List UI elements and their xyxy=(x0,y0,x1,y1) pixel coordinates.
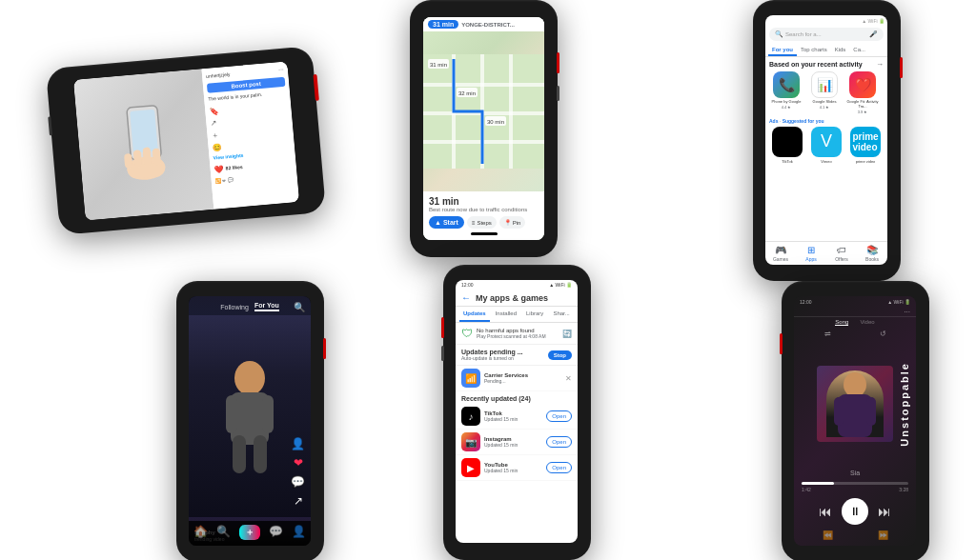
dismiss-button[interactable]: ✕ xyxy=(565,374,572,383)
offers-icon: 🏷 xyxy=(837,245,846,255)
tiktok-share-icon[interactable]: ↗ xyxy=(294,494,303,508)
mic-icon[interactable]: 🎤 xyxy=(869,30,878,38)
nav-games[interactable]: 🎮 Games xyxy=(765,245,796,262)
search-placeholder: Search for a... xyxy=(783,31,869,37)
create-post-button[interactable]: ＋ xyxy=(239,525,260,540)
profile-icon[interactable]: 👤 xyxy=(292,525,306,540)
carrier-services-sub: Pending... xyxy=(484,378,561,384)
for-you-tab[interactable]: For You xyxy=(254,302,279,311)
app-tiktok[interactable]: ♪ TikTok xyxy=(769,127,805,164)
tab-library[interactable]: Library xyxy=(522,307,547,322)
shuffle-icon[interactable]: ⇌ xyxy=(824,330,831,338)
music-progress-fill xyxy=(802,482,834,485)
vimeo-app-icon: V xyxy=(811,127,842,157)
tab-top-charts[interactable]: Top charts xyxy=(797,45,831,56)
app-google-slides[interactable]: 📊 Google Slides 4.1 ★ xyxy=(807,71,842,114)
arrow-right-icon[interactable]: → xyxy=(876,60,884,69)
skip-back-icon[interactable]: ⏮ xyxy=(819,504,832,519)
music-time-total: 3:28 xyxy=(899,487,908,492)
previous-track-icon[interactable]: ⏪ xyxy=(823,530,833,540)
nav-apps[interactable]: ⊞ Apps xyxy=(796,245,826,262)
app-rating-phone: 4.4 ★ xyxy=(782,105,792,110)
volume-button[interactable] xyxy=(557,86,559,101)
following-tab[interactable]: Following xyxy=(220,304,249,310)
phone-tiktok: Following For You 🔍 👤 ❤ 💬 ↗ @giphy trend… xyxy=(176,281,324,560)
maps-pin-button[interactable]: 📍 Pin xyxy=(499,216,526,229)
discover-icon[interactable]: 🔍 xyxy=(216,525,231,540)
music-progress-area[interactable]: 1:42 3:28 xyxy=(794,478,916,494)
music-time: 12:00 xyxy=(800,299,812,305)
tiktok-open-button[interactable]: Open xyxy=(546,410,572,422)
power-button[interactable] xyxy=(780,333,783,354)
next-track-icon[interactable]: ⏩ xyxy=(878,530,888,540)
recent-activity-title: Based on your recent activity xyxy=(769,61,863,68)
play-status-bar: ▲ WiFi 🔋 xyxy=(765,15,887,24)
music-tabs: Song Video xyxy=(794,316,916,328)
search-icon[interactable]: 🔍 xyxy=(294,302,305,312)
maps-district-label: YONGE-DISTRICT... xyxy=(461,22,515,28)
instagram-username: unhertjzjely xyxy=(206,70,231,78)
svg-rect-12 xyxy=(423,83,544,87)
maps-steps-button[interactable]: ≡ Steps xyxy=(467,216,497,229)
power-button[interactable] xyxy=(557,52,559,73)
home-icon[interactable]: 🏠 xyxy=(193,525,208,540)
app-phone-google[interactable]: 📞 Phone by Google 4.4 ★ xyxy=(769,71,803,114)
maps-map-view[interactable]: 31 min 32 min 30 min xyxy=(423,31,544,191)
power-button[interactable] xyxy=(323,338,326,359)
tiktok-app-icon: ♪ xyxy=(772,127,803,157)
youtube-open-button[interactable]: Open xyxy=(546,462,572,473)
back-button[interactable]: ← xyxy=(461,292,471,303)
play-tabs: For you Top charts Kids Ca... xyxy=(765,45,887,57)
music-screen: 12:00 ▲ WiFi 🔋 ··· Song Video ⇌ ↺ xyxy=(794,296,916,546)
nav-books[interactable]: 📚 Books xyxy=(857,245,887,262)
instagram-menu-icon[interactable]: ··· xyxy=(278,66,284,72)
tiktok-comment-icon[interactable]: 💬 xyxy=(291,475,305,489)
nav-offers[interactable]: 🏷 Offers xyxy=(826,245,857,262)
play-search-bar[interactable]: 🔍 Search for a... 🎤 xyxy=(769,28,884,41)
maps-screen: 31 min YONGE-DISTRICT... xyxy=(423,17,544,240)
song-tab[interactable]: Song xyxy=(835,319,848,326)
power-button[interactable] xyxy=(313,74,318,101)
volume-button[interactable] xyxy=(48,116,52,135)
myapps-tabs: Updates Installed Library Shar... xyxy=(456,307,578,323)
carrier-services-icon: 📶 xyxy=(461,369,480,388)
volume-button[interactable] xyxy=(441,346,444,361)
more-options-icon[interactable]: ··· xyxy=(904,308,910,316)
maps-start-button[interactable]: ▲ Start xyxy=(429,216,464,229)
books-icon: 📚 xyxy=(866,245,878,255)
instagram-photo xyxy=(73,69,214,220)
app-prime-video[interactable]: primevideo prime video xyxy=(847,127,884,164)
maps-eta-chip: 31 min xyxy=(428,20,458,29)
skip-forward-icon[interactable]: ⏭ xyxy=(878,504,891,519)
tiktok-like-icon[interactable]: ❤ xyxy=(294,456,303,470)
updates-title: Updates pending ... xyxy=(461,349,523,355)
music-menu-dots[interactable]: ··· xyxy=(794,308,916,316)
music-progress-bar[interactable] xyxy=(802,482,908,485)
tab-kids[interactable]: Kids xyxy=(831,45,850,56)
power-button[interactable] xyxy=(441,317,444,338)
tab-for-you[interactable]: For you xyxy=(768,45,797,56)
refresh-icon[interactable]: 🔄 xyxy=(562,330,572,338)
inbox-icon[interactable]: 💬 xyxy=(269,525,283,540)
tab-updates[interactable]: Updates xyxy=(459,307,490,322)
app-google-fit[interactable]: ❤️ Google Fit: Activity Tra... 3.9 ★ xyxy=(845,71,880,114)
phone-instagram-landscape: unhertjzjely ··· Boost post The world is… xyxy=(46,46,326,235)
power-button[interactable] xyxy=(900,57,903,78)
instagram-open-button[interactable]: Open xyxy=(546,436,572,448)
tiktok-profile-icon[interactable]: 👤 xyxy=(291,437,305,450)
nav-label-offers: Offers xyxy=(835,256,848,262)
tab-installed[interactable]: Installed xyxy=(492,307,520,322)
svg-text:30 min: 30 min xyxy=(487,119,504,125)
security-sub: Play Protect scanned at 4:08 AM xyxy=(477,333,546,339)
pause-button[interactable]: ⏸ xyxy=(842,498,868,525)
tab-categories[interactable]: Ca... xyxy=(849,45,869,56)
stop-updates-button[interactable]: Stop xyxy=(548,350,572,360)
vertical-song-title: Unstoppable xyxy=(899,362,910,447)
video-tab[interactable]: Video xyxy=(860,319,874,326)
home-indicator xyxy=(471,232,498,235)
nav-icon: ▲ xyxy=(435,219,441,226)
svg-rect-24 xyxy=(262,395,274,433)
tab-share[interactable]: Shar... xyxy=(549,307,573,322)
repeat-icon[interactable]: ↺ xyxy=(880,330,886,338)
app-vimeo[interactable]: V Vimeo xyxy=(808,127,844,164)
